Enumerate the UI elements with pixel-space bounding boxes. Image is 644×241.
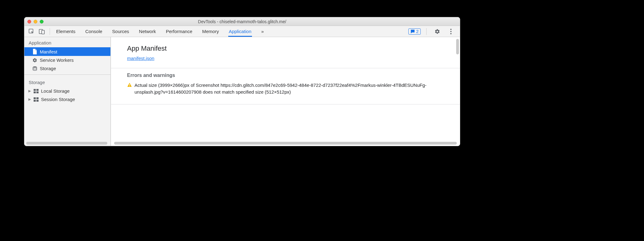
separator (50, 28, 50, 35)
warning-icon (127, 82, 132, 95)
svg-rect-16 (129, 86, 130, 87)
svg-rect-10 (36, 91, 39, 93)
gear-icon (32, 58, 37, 63)
main-panel: App Manifest manifest.json Errors and wa… (111, 37, 460, 146)
tab-label: Network (139, 29, 156, 34)
tab-sources[interactable]: Sources (112, 26, 130, 37)
svg-point-3 (450, 29, 452, 30)
tab-label: Performance (166, 29, 192, 34)
issues-count: 2 (416, 29, 419, 34)
main-content: App Manifest manifest.json Errors and wa… (111, 37, 460, 108)
sidebar-item-label: Local Storage (41, 88, 107, 94)
svg-rect-13 (34, 100, 36, 102)
devtools-toolbar: Elements Console Sources Network Perform… (24, 26, 460, 37)
sidebar-item-label: Storage (40, 66, 107, 71)
devtools-window: DevTools - chiseled-mammoth-talos.glitch… (24, 17, 460, 146)
tab-label: Console (85, 29, 102, 34)
warning-text: Actual size (3999×2666)px of Screenshot … (134, 82, 444, 95)
svg-rect-9 (34, 91, 36, 93)
divider (111, 104, 460, 104)
tabs-overflow-button[interactable]: » (261, 26, 264, 37)
file-icon (32, 49, 37, 54)
sidebar-item-local-storage[interactable]: ▶ Local Storage (24, 87, 110, 95)
issues-badge[interactable]: 2 (408, 28, 421, 35)
inspect-element-icon[interactable] (28, 28, 35, 35)
svg-rect-15 (129, 84, 130, 86)
tab-console[interactable]: Console (85, 26, 103, 37)
titlebar: DevTools - chiseled-mammoth-talos.glitch… (24, 17, 460, 26)
tab-label: Memory (202, 29, 219, 34)
separator (426, 28, 427, 35)
main-horizontal-scrollbar[interactable] (114, 142, 457, 145)
grid-icon (34, 89, 39, 93)
svg-rect-11 (34, 97, 36, 99)
sidebar-horizontal-scrollbar[interactable] (26, 142, 107, 145)
manifest-link-label: manifest.json (127, 56, 154, 61)
more-menu-icon[interactable] (448, 28, 454, 35)
svg-rect-8 (36, 89, 39, 91)
close-window-button[interactable] (27, 20, 31, 23)
tab-label: Application (229, 29, 251, 34)
sidebar-item-session-storage[interactable]: ▶ Session Storage (24, 95, 110, 104)
panel-tabs: Elements Console Sources Network Perform… (56, 26, 264, 37)
message-icon (411, 29, 415, 34)
sidebar-section-application: Application (24, 37, 110, 47)
svg-rect-7 (34, 89, 36, 91)
manifest-link[interactable]: manifest.json (127, 56, 154, 61)
sidebar-item-service-workers[interactable]: Service Workers (24, 56, 110, 64)
sidebar-item-label: Service Workers (40, 57, 107, 63)
sidebar-divider (24, 74, 110, 75)
sidebar-item-manifest[interactable]: Manifest (24, 47, 110, 56)
warning-row: Actual size (3999×2666)px of Screenshot … (127, 82, 444, 95)
tab-label: Sources (112, 29, 129, 34)
traffic-lights (27, 20, 43, 23)
divider (111, 68, 460, 68)
sidebar-item-label: Session Storage (41, 97, 107, 102)
svg-point-5 (450, 33, 452, 34)
tab-elements[interactable]: Elements (56, 26, 76, 37)
sidebar-item-storage[interactable]: Storage (24, 64, 110, 73)
svg-point-4 (450, 31, 452, 32)
page-title: App Manifest (127, 44, 444, 53)
window-title: DevTools - chiseled-mammoth-talos.glitch… (24, 19, 460, 24)
main-vertical-scrollbar[interactable] (456, 39, 459, 54)
minimize-window-button[interactable] (34, 20, 37, 23)
tab-memory[interactable]: Memory (202, 26, 220, 37)
toolbar-right: 2 (408, 28, 458, 35)
tab-performance[interactable]: Performance (165, 26, 193, 37)
svg-rect-12 (36, 97, 39, 99)
grid-icon (34, 97, 39, 102)
svg-rect-0 (29, 29, 33, 33)
application-sidebar: Application Manifest Service Workers (24, 37, 111, 146)
svg-point-6 (33, 66, 37, 68)
sidebar-section-storage: Storage (24, 77, 110, 87)
panel-body: Application Manifest Service Workers (24, 37, 460, 146)
svg-rect-2 (42, 30, 44, 34)
tab-label: Elements (56, 29, 76, 34)
overflow-label: » (261, 29, 264, 34)
sidebar-items-storage: ▶ Local Storage ▶ Session Storage (24, 87, 110, 104)
expand-arrow-icon: ▶ (28, 89, 31, 93)
settings-gear-icon[interactable] (434, 28, 441, 35)
sidebar-items-application: Manifest Service Workers Storage (24, 47, 110, 73)
tab-network[interactable]: Network (138, 26, 157, 37)
sidebar-item-label: Manifest (40, 49, 107, 54)
expand-arrow-icon: ▶ (28, 97, 31, 101)
tab-application[interactable]: Application (228, 26, 252, 37)
storage-icon (32, 66, 37, 71)
svg-rect-14 (36, 100, 39, 102)
zoom-window-button[interactable] (40, 20, 43, 23)
device-toolbar-icon[interactable] (39, 28, 45, 35)
errors-heading: Errors and warnings (127, 73, 444, 78)
